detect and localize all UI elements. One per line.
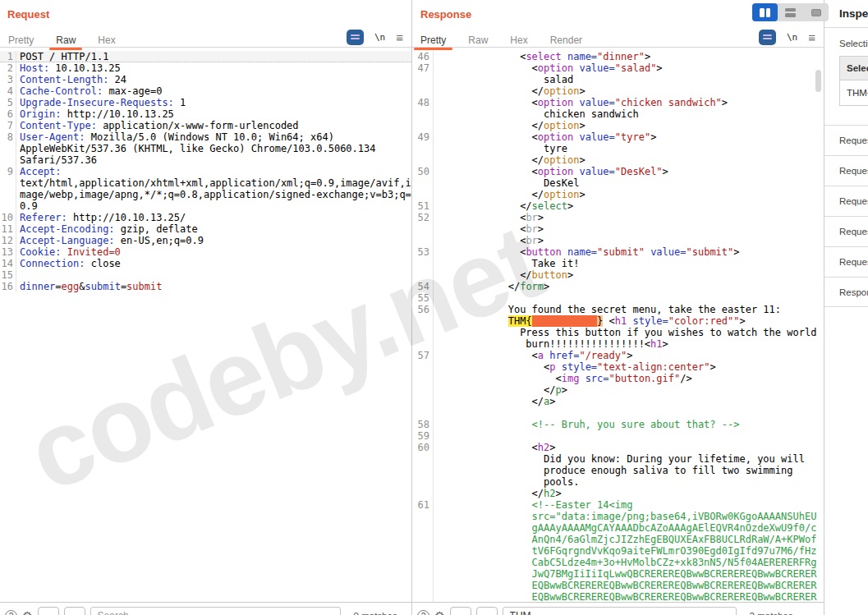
line-number <box>412 488 434 499</box>
inspector-section-request-body-parameters[interactable]: Request body parameters <box>824 186 868 216</box>
line-number: 55 <box>412 292 434 304</box>
line-number: 7 <box>0 120 16 131</box>
code-line: </button> <box>412 269 824 281</box>
line-number: 46 <box>412 51 434 62</box>
help-icon[interactable]: ? <box>5 610 17 615</box>
pretty-print-icon[interactable] <box>347 30 364 45</box>
line-number <box>412 534 434 545</box>
help-icon[interactable]: ? <box>417 610 429 615</box>
tab-hex[interactable]: Hex <box>510 34 527 46</box>
editor-menu-icon[interactable]: ≡ <box>396 31 403 44</box>
inspector-section-request-cookies[interactable]: Request cookies <box>824 216 868 246</box>
code-line: tV6FGqrgndVvKqo9aiteFWLmrO390Egd0IgIfd97… <box>412 545 824 557</box>
search-settings-gear-icon[interactable]: ⚙ <box>22 610 33 615</box>
layout-columns-button[interactable] <box>752 3 778 21</box>
tab-pretty[interactable]: Pretty <box>420 34 446 46</box>
line-number: 57 <box>412 350 434 361</box>
inspector-title: Inspector <box>839 7 868 20</box>
response-editor[interactable]: 46 <select name="dinner">47 <option valu… <box>412 48 824 605</box>
selected-text-value: THM{ <box>840 80 868 105</box>
line-number <box>412 189 434 200</box>
code-line: 57 <a href="/ready"> <box>412 350 824 361</box>
inspector-section-request-attributes[interactable]: Request attributes <box>824 125 868 155</box>
request-panel: Request PrettyRawHex \n ≡ 1POST / HTTP/1… <box>0 0 412 615</box>
code-line <box>412 407 824 419</box>
editor-menu-icon[interactable]: ≡ <box>808 31 815 44</box>
code-line: EQBwwBCREREREQBwwBCREREREQBwwBCREREREQBw… <box>412 591 824 603</box>
line-number <box>412 74 434 85</box>
line-number <box>412 396 434 407</box>
tab-raw[interactable]: Raw <box>468 34 488 46</box>
layout-rows-button[interactable] <box>778 3 803 21</box>
code-line: 53 <button name="submit" value="submit"> <box>412 246 824 258</box>
inspector-section-response-headers[interactable]: Response headers <box>824 277 868 307</box>
search-input[interactable] <box>503 607 737 615</box>
line-number: 2 <box>0 62 16 74</box>
line-number <box>412 315 434 327</box>
layout-single-button[interactable] <box>803 3 829 21</box>
code-line: 49 <option value="tyre"> <box>412 131 824 143</box>
line-number: 61 <box>412 499 434 511</box>
tab-hex[interactable]: Hex <box>98 34 115 46</box>
line-number: 54 <box>412 281 434 292</box>
request-editor-icons: \n ≡ <box>347 29 403 45</box>
code-line: 47 <option value="salad"> <box>412 62 824 74</box>
prev-match-button[interactable]: ← <box>38 607 59 615</box>
code-line: <p style="text-align:center"> <box>412 361 824 373</box>
line-number <box>412 545 434 557</box>
line-number: 9 <box>0 166 16 177</box>
newline-toggle-icon[interactable]: \n <box>787 32 797 43</box>
line-number: 51 <box>412 200 434 212</box>
next-match-button[interactable]: → <box>476 607 498 615</box>
search-settings-gear-icon[interactable]: ⚙ <box>434 610 445 615</box>
code-line: CabC5Ldze4m+3o+HvMolbCZz+xk83nN5/N5f04AE… <box>412 557 824 568</box>
line-number: 14 <box>0 258 16 269</box>
inspector-section-request-query-parameters[interactable]: Request query parameters <box>824 155 868 186</box>
selected-text-header: Selected text <box>840 57 868 80</box>
code-line: Take it! <box>412 258 824 269</box>
request-search-bar: ? ⚙ ← → 0 matches <box>0 602 411 615</box>
line-number <box>412 338 434 350</box>
code-line: <img src="button.gif"/> <box>412 373 824 384</box>
line-number: 58 <box>412 419 434 430</box>
code-line: </option> <box>412 120 824 131</box>
inspector-section-request-headers[interactable]: Request headers <box>824 246 868 277</box>
match-count: 0 matches <box>354 611 397 615</box>
code-line: 6Origin: http://10.10.13.25 <box>0 108 411 120</box>
code-line: 4Cache-Control: max-age=0 <box>0 85 411 97</box>
code-line: <br> <box>412 235 824 246</box>
pretty-print-icon[interactable] <box>759 30 776 45</box>
code-line: produce enough saliva to fill two swimmi… <box>412 465 824 476</box>
line-number <box>412 361 434 373</box>
code-line: </p> <box>412 384 824 396</box>
line-number: 16 <box>0 281 16 292</box>
line-number: 47 <box>412 62 434 74</box>
code-line: 11Accept-Encoding: gzip, deflate <box>0 223 411 235</box>
code-line: chicken sandwich <box>412 108 824 120</box>
response-scrollbar-thumb[interactable] <box>815 70 821 92</box>
line-number: 53 <box>412 246 434 258</box>
next-match-button[interactable]: → <box>64 607 85 615</box>
code-line: 58 <!-- Bruh, you sure about that? --> <box>412 419 824 430</box>
code-line: THM{ } <h1 style="color:red""> <box>412 315 824 327</box>
search-input[interactable] <box>90 607 341 615</box>
match-count: 2 matches <box>750 611 793 615</box>
line-number <box>412 258 434 269</box>
response-panel: Response PrettyRawHexRender \n ≡ 46 <sel… <box>412 0 824 615</box>
code-line: 46 <select name="dinner"> <box>412 51 824 62</box>
prev-match-button[interactable]: ← <box>450 607 471 615</box>
newline-toggle-icon[interactable]: \n <box>374 32 385 43</box>
line-number <box>412 177 434 189</box>
code-line: 5Upgrade-Insecure-Requests: 1 <box>0 97 411 108</box>
request-editor[interactable]: 1POST / HTTP/1.12Host: 10.10.13.253Conte… <box>0 48 411 605</box>
code-line: tyre <box>412 143 824 154</box>
tab-pretty[interactable]: Pretty <box>8 34 34 46</box>
line-number: 5 <box>0 97 16 108</box>
single-layout-icon <box>811 9 821 16</box>
line-number <box>412 85 434 97</box>
tab-render[interactable]: Render <box>550 34 582 46</box>
response-tabs: PrettyRawHexRender <box>420 32 604 47</box>
code-line: 56 You found the secret menu, take the e… <box>412 304 824 315</box>
line-number: 60 <box>412 442 434 453</box>
tab-raw[interactable]: Raw <box>56 34 76 46</box>
